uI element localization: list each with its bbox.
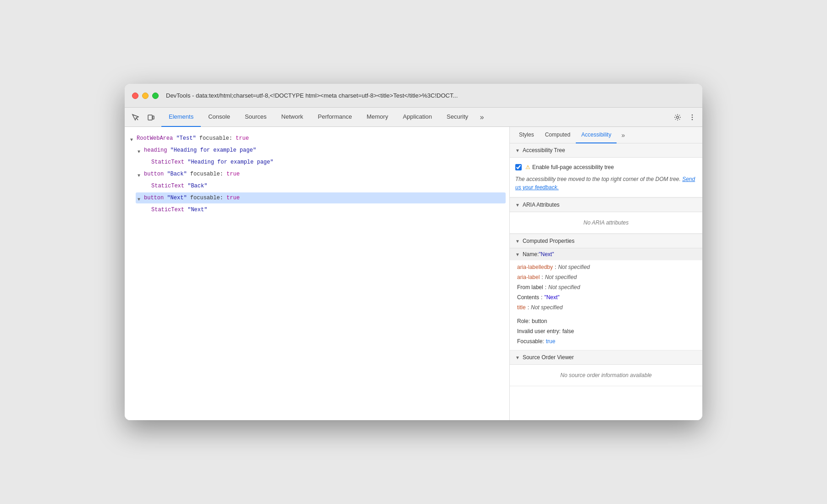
source-order-header[interactable]: ▼ Source Order Viewer — [510, 351, 702, 365]
arrow-icon-tree: ▼ — [515, 148, 520, 153]
tab-sources[interactable]: Sources — [237, 108, 274, 127]
computed-extra-props: Role: button Invalid user entry: false F… — [510, 314, 702, 350]
more-options-button[interactable] — [686, 111, 699, 124]
prop-val-aria-label: Not specified — [545, 273, 577, 281]
computed-properties-header[interactable]: ▼ Computed Properties — [510, 234, 702, 248]
dom-tree: ▼ RootWebArea "Test" focusable : true ▼ … — [125, 131, 509, 218]
aria-attributes-header[interactable]: ▼ ARIA Attributes — [510, 198, 702, 212]
prop-val-from-label: Not specified — [548, 283, 580, 291]
enable-full-page-checkbox[interactable] — [515, 164, 522, 170]
tree-node-heading-text: StaticText "Heading for example page" — [128, 156, 506, 168]
computed-properties-section: ▼ Computed Properties ▼ Name: "Next" ari… — [510, 234, 702, 351]
inspect-element-button[interactable] — [128, 111, 142, 124]
prop-key-role: Role: — [517, 317, 530, 325]
prop-invalid: Invalid user entry: false — [517, 326, 695, 336]
enable-full-page-label: ⚠ Enable full-page accessibility tree — [525, 164, 614, 170]
tree-node-heading: ▼ heading "Heading for example page" — [128, 144, 506, 156]
toggle-button-back[interactable]: ▼ — [138, 171, 143, 177]
prop-val-invalid: false — [562, 327, 574, 335]
no-source-text: No source order information available — [515, 368, 697, 382]
tab-security[interactable]: Security — [439, 108, 475, 127]
toggle-back-text — [145, 183, 150, 189]
prop-key-focusable: Focusable: — [517, 337, 544, 345]
dom-panel[interactable]: ▼ RootWebArea "Test" focusable : true ▼ … — [125, 127, 510, 420]
settings-button[interactable] — [671, 111, 684, 124]
prop-val-role: button — [532, 317, 547, 325]
more-tabs-button[interactable]: » — [475, 111, 488, 124]
close-button[interactable] — [132, 93, 138, 99]
title-bar: DevTools - data:text/html;charset=utf-8,… — [125, 84, 702, 108]
toolbar-right — [671, 111, 699, 124]
prop-val-focusable: true — [546, 337, 556, 345]
traffic-lights — [132, 93, 159, 99]
tab-styles[interactable]: Styles — [513, 127, 540, 143]
accessibility-tree-header[interactable]: ▼ Accessibility Tree — [510, 143, 702, 158]
prop-val-contents: "Next" — [544, 293, 559, 301]
tree-row-button-next[interactable]: ▼ button "Next" focusable : true — [136, 192, 506, 203]
minimize-button[interactable] — [142, 93, 149, 99]
tab-computed[interactable]: Computed — [540, 127, 576, 143]
warning-icon: ⚠ — [525, 164, 530, 170]
arrow-icon-source: ▼ — [515, 355, 520, 360]
source-order-section: ▼ Source Order Viewer No source order in… — [510, 351, 702, 386]
tree-moved-info: The accessibility tree moved to the top … — [515, 173, 697, 193]
enable-full-page-row: ⚠ Enable full-page accessibility tree — [515, 161, 697, 173]
prop-title: title : Not specified — [517, 302, 695, 312]
tree-row-button-back[interactable]: ▼ button "Back" focusable : true — [136, 169, 506, 180]
tab-elements[interactable]: Elements — [161, 108, 201, 127]
tab-accessibility[interactable]: Accessibility — [576, 127, 617, 143]
svg-point-4 — [692, 114, 693, 115]
tree-row-back-text[interactable]: StaticText "Back" — [143, 181, 506, 192]
tree-row-root[interactable]: ▼ RootWebArea "Test" focusable : true — [128, 133, 506, 144]
tree-row-next-text[interactable]: StaticText "Next" — [143, 204, 506, 215]
tab-console[interactable]: Console — [201, 108, 237, 127]
prop-aria-label: aria-label : Not specified — [517, 272, 695, 282]
aria-attributes-section: ▼ ARIA Attributes No ARIA attributes — [510, 198, 702, 234]
tab-application[interactable]: Application — [396, 108, 440, 127]
accessibility-content: ▼ Accessibility Tree ⚠ Enable full-page … — [510, 143, 702, 420]
tree-node-next-text: StaticText "Next" — [128, 204, 506, 216]
name-key: Name: — [523, 251, 539, 257]
tree-node-root: ▼ RootWebArea "Test" focusable : true — [128, 132, 506, 144]
prop-key-aria-label: aria-label — [517, 273, 540, 281]
computed-name-row: ▼ Name: "Next" — [510, 248, 702, 260]
toolbar-icons — [128, 111, 158, 124]
main-content: ▼ RootWebArea "Test" focusable : true ▼ … — [125, 127, 702, 420]
accessibility-tree-label: Accessibility Tree — [523, 147, 565, 153]
prop-val-title: Not specified — [531, 303, 562, 312]
tree-node-button-next: ▼ button "Next" focusable : true — [128, 192, 506, 204]
tab-network[interactable]: Network — [274, 108, 311, 127]
tree-row-heading-text[interactable]: StaticText "Heading for example page" — [143, 157, 506, 168]
prop-focusable: Focusable: true — [517, 336, 695, 346]
aria-attributes-label: ARIA Attributes — [523, 202, 560, 208]
prop-key-title: title — [517, 303, 526, 312]
right-tabs-more-button[interactable]: » — [617, 130, 629, 141]
prop-role: Role: button — [517, 316, 695, 326]
arrow-icon-aria: ▼ — [515, 203, 520, 208]
computed-properties-label: Computed Properties — [523, 238, 574, 244]
prop-val-aria-labelledby: Not specified — [558, 263, 590, 271]
toggle-button-next[interactable]: ▼ — [138, 195, 143, 201]
tree-row-heading[interactable]: ▼ heading "Heading for example page" — [136, 145, 506, 156]
tab-performance[interactable]: Performance — [310, 108, 359, 127]
prop-key-aria-labelledby: aria-labelledby — [517, 263, 553, 271]
toggle-next-text — [145, 207, 150, 213]
window-title: DevTools - data:text/html;charset=utf-8,… — [166, 92, 695, 99]
source-order-label: Source Order Viewer — [523, 354, 574, 361]
prop-aria-labelledby: aria-labelledby : Not specified — [517, 262, 695, 272]
prop-key-contents: Contents — [517, 293, 539, 301]
toolbar-tabs: Elements Console Sources Network Perform… — [161, 108, 671, 127]
toggle-heading[interactable]: ▼ — [138, 148, 143, 153]
svg-point-5 — [692, 116, 693, 118]
maximize-button[interactable] — [152, 93, 159, 99]
tab-memory[interactable]: Memory — [359, 108, 396, 127]
toggle-root[interactable]: ▼ — [130, 136, 136, 141]
svg-line-0 — [136, 118, 138, 120]
svg-point-6 — [692, 119, 693, 120]
prop-from-label: From label : Not specified — [517, 282, 695, 292]
computed-properties-body: aria-labelledby : Not specified aria-lab… — [510, 260, 702, 314]
accessibility-tree-section: ▼ Accessibility Tree ⚠ Enable full-page … — [510, 143, 702, 198]
device-toolbar-button[interactable] — [144, 111, 158, 124]
name-value: "Next" — [539, 251, 554, 257]
toggle-heading-text — [145, 159, 150, 165]
